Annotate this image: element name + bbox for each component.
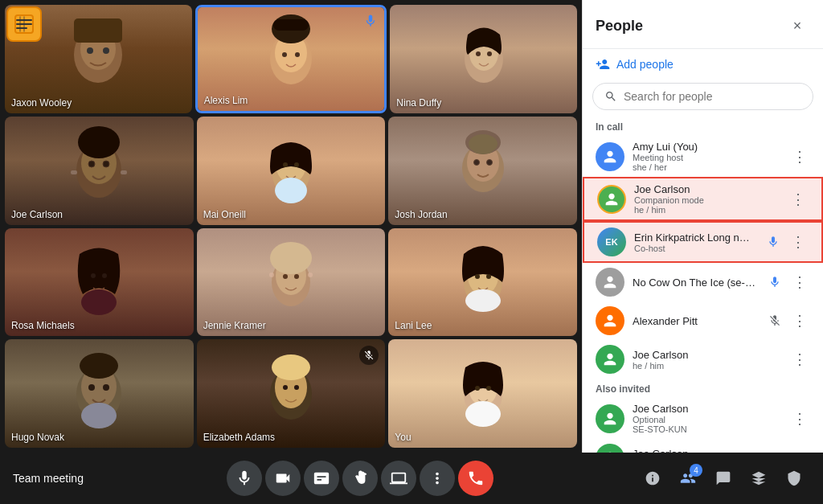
svg-point-48 (283, 274, 288, 279)
person-sub2-amy: she / her (633, 162, 781, 172)
info-button[interactable] (637, 462, 669, 494)
person-actions-amy: ⋮ (789, 145, 810, 169)
audio-active-icon-erin (762, 231, 784, 253)
more-options-erin[interactable]: ⋮ (788, 230, 809, 254)
person-actions-joe2: ⋮ (789, 347, 810, 371)
captions-button[interactable] (304, 461, 339, 496)
panel-title: People (596, 18, 643, 35)
person-sub-amy: Meeting host (633, 153, 781, 162)
svg-point-43 (102, 273, 107, 278)
video-tile-mai: Mai Oneill (197, 117, 386, 225)
svg-point-38 (486, 160, 492, 166)
svg-point-61 (103, 384, 109, 391)
video-tile-josh: Josh Jordan (388, 117, 577, 225)
bottom-toolbar: Team meeting (0, 453, 823, 504)
app-icon-container (6, 6, 42, 42)
person-sub-joe2: he / him (633, 361, 781, 371)
person-item-joe-companion: Joe Carlson Companion mode he / him ⋮ (583, 177, 823, 221)
video-row-1: Jaxon Wooley (5, 5, 577, 113)
person-name-joe2: Joe Carlson (633, 349, 781, 361)
add-people-label: Add people (616, 58, 674, 71)
svg-point-66 (283, 385, 288, 390)
raise-hand-button[interactable] (342, 461, 378, 496)
person-item-alexander: Alexander Pitt ⋮ (583, 301, 823, 340)
svg-point-20 (476, 51, 481, 56)
camera-button[interactable] (265, 461, 301, 496)
svg-point-37 (473, 160, 479, 166)
search-icon (604, 90, 617, 103)
more-options-button[interactable] (420, 461, 455, 496)
svg-point-62 (81, 403, 117, 428)
activities-button[interactable] (743, 462, 775, 494)
search-input[interactable] (624, 90, 801, 103)
person-name-joe-invited: Joe Carlson (633, 448, 781, 453)
svg-point-10 (87, 47, 93, 54)
more-options-joe-optional[interactable]: ⋮ (789, 407, 810, 431)
tile-label-elizabeth: Elizabeth Adams (203, 432, 275, 443)
panel-header: People × (583, 0, 823, 49)
people-list: Amy Lui (You) Meeting host she / her ⋮ J… (583, 136, 823, 453)
people-panel: People × Add people In call A (582, 0, 823, 453)
svg-point-26 (103, 161, 109, 167)
avatar-alexander (596, 306, 624, 335)
person-actions-joe-invited: ⋮ (789, 446, 810, 453)
tile-label-you: You (395, 432, 411, 443)
end-call-button[interactable] (458, 461, 493, 496)
person-name-nocow: No Cow On The Ice (se-sto... (633, 277, 755, 289)
toolbar-center (227, 461, 493, 496)
person-sub2-joe-companion: he / him (634, 205, 780, 215)
person-info-nocow: No Cow On The Ice (se-sto... (633, 277, 755, 289)
person-sub-erin: Co-host (634, 244, 754, 253)
audio-active-icon-alexis (363, 14, 378, 31)
present-button[interactable] (381, 461, 416, 496)
tile-label-jennie: Jennie Kramer (203, 320, 266, 331)
person-actions-alexander: ⋮ (764, 309, 810, 333)
tile-label-rosa: Rosa Michaels (11, 320, 75, 331)
svg-rect-27 (71, 170, 77, 174)
security-button[interactable] (778, 462, 810, 494)
svg-point-21 (487, 51, 492, 56)
person-item-joe-invited: Joe Carlson he / him ⋮ (583, 439, 823, 453)
more-options-joe-invited[interactable]: ⋮ (789, 446, 810, 453)
person-info-joe2: Joe Carlson he / him (633, 349, 781, 371)
more-options-nocow[interactable]: ⋮ (789, 270, 810, 294)
people-panel-button[interactable]: 4 (672, 462, 704, 494)
meeting-name: Team meeting (13, 472, 84, 485)
person-name-alexander: Alexander Pitt (633, 315, 755, 327)
person-info-alexander: Alexander Pitt (633, 315, 755, 327)
add-people-button[interactable]: Add people (583, 49, 823, 80)
mic-button[interactable] (227, 461, 262, 496)
video-row-4: Hugo Novak (5, 339, 577, 448)
video-tile-joe: Joe Carlson (5, 117, 194, 225)
more-options-amy[interactable]: ⋮ (789, 145, 810, 169)
avatar-joe2 (596, 345, 624, 374)
svg-point-24 (78, 126, 120, 158)
svg-point-11 (103, 47, 109, 54)
svg-point-25 (88, 161, 95, 167)
svg-point-71 (475, 386, 480, 391)
person-info-joe-invited: Joe Carlson he / him (633, 448, 781, 453)
in-call-label: In call (583, 117, 823, 136)
more-options-joe2[interactable]: ⋮ (789, 347, 810, 371)
video-tile-hugo: Hugo Novak (5, 339, 194, 448)
more-options-alexander[interactable]: ⋮ (789, 309, 810, 333)
video-row-3: Rosa Michaels (5, 228, 577, 337)
more-options-joe-companion[interactable]: ⋮ (788, 187, 809, 211)
svg-rect-17 (273, 19, 309, 31)
video-row-2: Joe Carlson Mai One (5, 117, 577, 225)
add-person-icon (596, 57, 610, 72)
svg-point-54 (475, 274, 480, 279)
svg-point-31 (283, 162, 288, 167)
tile-label-nina: Nina Duffy (396, 97, 441, 109)
video-tile-nina: Nina Duffy (390, 5, 577, 113)
audio-active-icon-nocow (764, 271, 786, 293)
svg-point-72 (486, 386, 491, 391)
mic-off-icon-alexander (764, 309, 786, 332)
tile-label-alexis: Alexis Lim (204, 95, 248, 106)
person-actions-joe-optional: ⋮ (789, 407, 810, 431)
svg-point-47 (270, 242, 312, 274)
person-item-joe2: Joe Carlson he / him ⋮ (583, 340, 823, 379)
chat-button[interactable] (707, 462, 739, 494)
video-tile-lani: Lani Lee (388, 228, 577, 337)
close-panel-button[interactable]: × (784, 13, 810, 39)
